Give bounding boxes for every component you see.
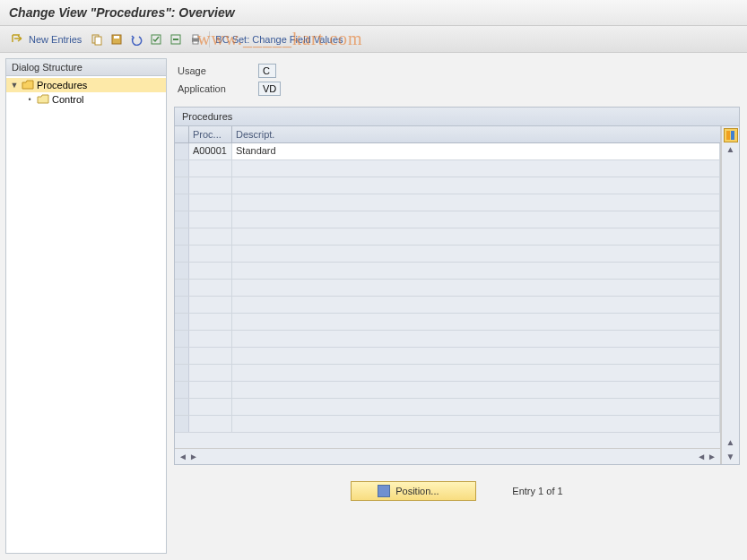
row-selector[interactable] <box>175 177 189 194</box>
row-selector[interactable] <box>175 228 189 245</box>
table-row-empty[interactable] <box>175 246 720 263</box>
cell-proc[interactable] <box>189 399 232 415</box>
scroll-down-icon[interactable]: ▲ <box>725 437 737 450</box>
column-header-proc[interactable]: Proc... <box>189 126 232 142</box>
row-selector[interactable] <box>175 297 189 313</box>
cell-proc[interactable] <box>189 382 232 398</box>
scroll-left-icon[interactable]: ◄ <box>178 452 187 461</box>
cell-descript[interactable] <box>232 382 720 398</box>
cell-proc[interactable] <box>189 331 232 347</box>
cell-descript[interactable] <box>232 160 720 177</box>
table-row-empty[interactable] <box>175 160 720 177</box>
row-selector[interactable] <box>175 365 189 381</box>
row-selector[interactable] <box>175 263 189 279</box>
scroll-right-icon[interactable]: ► <box>189 452 198 461</box>
table-row-empty[interactable] <box>175 263 720 280</box>
new-entries-button[interactable]: New Entries <box>29 34 82 45</box>
toggle-icon[interactable] <box>9 31 25 47</box>
cell-proc[interactable] <box>189 177 232 194</box>
row-selector[interactable] <box>175 348 189 364</box>
header-fields: Usage C Application VD <box>172 58 742 107</box>
svg-rect-6 <box>173 39 178 40</box>
cell-proc[interactable] <box>189 314 232 330</box>
cell-descript[interactable] <box>232 297 720 313</box>
column-header-descript[interactable]: Descript. <box>232 126 720 142</box>
select-column-header[interactable] <box>175 126 189 142</box>
cell-proc[interactable] <box>189 348 232 364</box>
tree-item-control[interactable]: • Control <box>6 92 166 107</box>
row-selector[interactable] <box>175 314 189 330</box>
table-row-empty[interactable] <box>175 365 720 382</box>
undo-icon[interactable] <box>128 31 144 47</box>
cell-proc[interactable] <box>189 228 232 245</box>
row-selector[interactable] <box>175 194 189 211</box>
cell-proc[interactable] <box>189 280 232 296</box>
cell-descript[interactable] <box>232 348 720 364</box>
table-row-empty[interactable] <box>175 331 720 348</box>
cell-descript[interactable] <box>232 246 720 262</box>
row-selector[interactable] <box>175 280 189 296</box>
table-row-empty[interactable] <box>175 177 720 194</box>
cell-proc[interactable] <box>189 365 232 381</box>
cell-descript[interactable] <box>232 263 720 279</box>
position-label: Position... <box>395 486 439 496</box>
table-row-empty[interactable] <box>175 228 720 246</box>
configure-columns-icon[interactable] <box>724 128 738 142</box>
table-row-empty[interactable] <box>175 297 720 314</box>
cell-descript[interactable] <box>232 314 720 330</box>
row-selector[interactable] <box>175 331 189 347</box>
select-all-icon[interactable] <box>148 31 164 47</box>
row-selector[interactable] <box>175 382 189 398</box>
table-row-empty[interactable] <box>175 348 720 365</box>
cell-descript[interactable] <box>232 331 720 347</box>
cell-proc[interactable]: A00001 <box>189 143 232 159</box>
cell-proc[interactable] <box>189 297 232 313</box>
table-row-empty[interactable] <box>175 280 720 297</box>
cell-descript[interactable] <box>232 280 720 296</box>
cell-descript[interactable] <box>232 211 720 228</box>
row-selector[interactable] <box>175 160 189 177</box>
row-selector[interactable] <box>175 246 189 262</box>
cell-proc[interactable] <box>189 416 232 432</box>
scroll-down-icon-2[interactable]: ▼ <box>725 452 737 464</box>
row-selector[interactable] <box>175 416 189 432</box>
table-row-empty[interactable] <box>175 194 720 211</box>
cell-proc[interactable] <box>189 263 232 279</box>
table-row-empty[interactable] <box>175 211 720 228</box>
bc-set-link[interactable]: BC Set: Change Field Values <box>215 34 343 45</box>
cell-proc[interactable] <box>189 194 232 211</box>
table-row-empty[interactable] <box>175 399 720 416</box>
print-icon[interactable] <box>187 31 204 47</box>
position-icon <box>378 485 390 497</box>
table-row-empty[interactable] <box>175 382 720 399</box>
row-selector[interactable] <box>175 143 189 159</box>
save-icon[interactable] <box>109 31 125 47</box>
expand-icon[interactable]: ▼ <box>10 81 19 90</box>
scroll-up-icon[interactable]: ▲ <box>725 144 737 157</box>
cell-descript[interactable] <box>232 399 720 415</box>
cell-descript[interactable] <box>232 416 720 432</box>
cell-proc[interactable] <box>189 160 232 177</box>
cell-proc[interactable] <box>189 246 232 262</box>
deselect-all-icon[interactable] <box>168 31 184 47</box>
cell-descript[interactable] <box>232 365 720 381</box>
row-selector[interactable] <box>175 399 189 415</box>
table-row-empty[interactable] <box>175 416 720 433</box>
usage-value[interactable]: C <box>258 64 276 78</box>
scroll-right-end-icon[interactable]: ► <box>708 452 717 461</box>
cell-descript[interactable] <box>232 177 720 194</box>
table-row[interactable]: A00001Standard <box>175 143 720 160</box>
cell-descript[interactable] <box>232 194 720 211</box>
cell-proc[interactable] <box>189 211 232 228</box>
table-row-empty[interactable] <box>175 314 720 331</box>
horizontal-scrollbar[interactable]: ◄ ► ◄ ► <box>175 448 720 464</box>
copy-icon[interactable] <box>89 31 105 47</box>
application-value[interactable]: VD <box>258 82 281 96</box>
panel-title: Procedures <box>175 108 739 126</box>
cell-descript[interactable]: Standard <box>232 143 720 159</box>
row-selector[interactable] <box>175 211 189 228</box>
cell-descript[interactable] <box>232 228 720 245</box>
scroll-left-end-icon[interactable]: ◄ <box>697 452 706 461</box>
tree-item-procedures[interactable]: ▼ Procedures <box>6 78 166 92</box>
position-button[interactable]: Position... <box>351 481 476 501</box>
